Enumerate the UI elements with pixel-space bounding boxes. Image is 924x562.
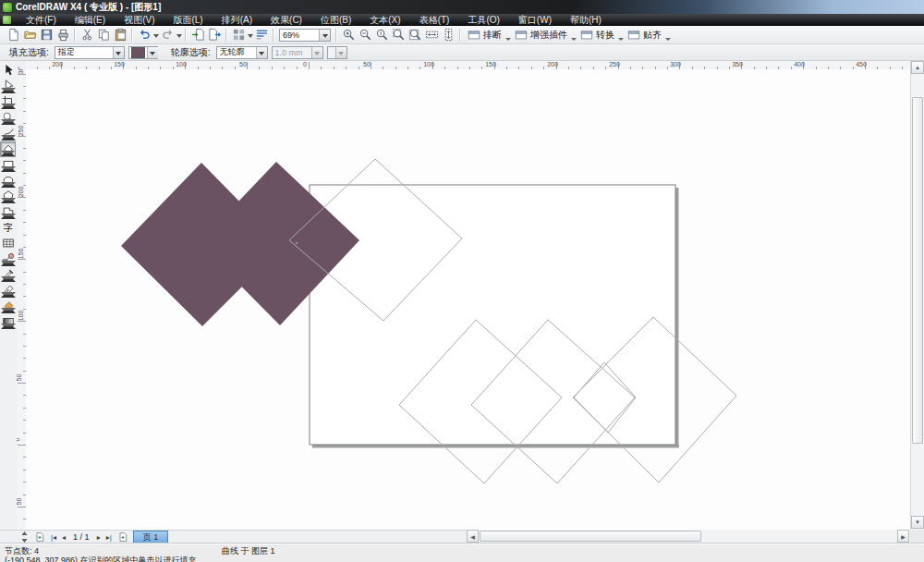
- export-button[interactable]: [206, 27, 223, 43]
- horizontal-scrollbar[interactable]: ◀ ▶: [467, 530, 910, 544]
- shape-tool[interactable]: [1, 79, 16, 93]
- ruler-label: 400: [794, 61, 805, 67]
- print-button[interactable]: [55, 27, 71, 43]
- shape-center-marker[interactable]: [296, 242, 298, 245]
- scroll-up-button[interactable]: ▲: [911, 61, 924, 74]
- page-border[interactable]: [310, 185, 675, 445]
- first-page-button[interactable]: |◂: [48, 531, 59, 544]
- zoom-selected-button[interactable]: [390, 27, 407, 43]
- menu-arrange[interactable]: 排列(A): [213, 14, 261, 26]
- add-page-before-button[interactable]: [31, 531, 48, 544]
- pick-tool[interactable]: [1, 63, 16, 78]
- chevron-down-icon[interactable]: [247, 27, 253, 43]
- scroll-down-button[interactable]: ▼: [911, 516, 924, 529]
- add-page-after-button[interactable]: [115, 531, 131, 544]
- chevron-down-icon[interactable]: [311, 47, 322, 58]
- smart-fill-tool[interactable]: [0, 141, 16, 157]
- rectangle-tool[interactable]: [1, 157, 16, 172]
- copy-button[interactable]: [95, 27, 112, 43]
- save-button[interactable]: [38, 27, 55, 43]
- chevron-down-icon[interactable]: [256, 47, 267, 58]
- vertical-scrollbar[interactable]: ▲ ▼: [910, 61, 924, 530]
- horizontal-scroll-thumb[interactable]: [480, 531, 701, 542]
- scroll-left-button[interactable]: ◀: [467, 530, 479, 543]
- drawing-canvas[interactable]: [26, 69, 911, 530]
- fill-type-combo[interactable]: 指定: [55, 46, 125, 59]
- undo-button[interactable]: [136, 27, 152, 43]
- menu-tools[interactable]: 工具(O): [458, 14, 508, 26]
- last-page-button[interactable]: ▸|: [103, 531, 115, 544]
- zoom-level-combo[interactable]: 69%: [279, 29, 331, 42]
- paste-button[interactable]: [112, 27, 128, 43]
- zoom-out-button[interactable]: [357, 27, 373, 43]
- flyout-indicator-icon[interactable]: [665, 28, 671, 43]
- page-indicator: 1 / 1: [68, 532, 94, 542]
- outline-style-combo[interactable]: [327, 46, 347, 59]
- zoom-page-height-button[interactable]: [440, 27, 456, 43]
- ruler-label: 200: [547, 61, 558, 67]
- chevron-down-icon[interactable]: [113, 47, 124, 58]
- menu-layout[interactable]: 版面(L): [164, 14, 212, 26]
- scroll-right-button[interactable]: ▶: [897, 530, 909, 543]
- next-page-button[interactable]: ▸: [94, 531, 103, 544]
- outline-pen-tool[interactable]: [1, 283, 16, 298]
- polygon-tool[interactable]: [1, 189, 16, 203]
- fill-color-combo[interactable]: [128, 46, 158, 59]
- menu-edit[interactable]: 编辑(E): [66, 14, 115, 26]
- chevron-down-icon[interactable]: [176, 27, 182, 43]
- chevron-down-icon[interactable]: [147, 47, 158, 58]
- crop-tool[interactable]: [1, 94, 16, 109]
- new-button[interactable]: [5, 27, 21, 43]
- menu-effects[interactable]: 效果(C): [261, 14, 311, 26]
- zoom-actual-button[interactable]: [373, 27, 390, 43]
- menu-bitmaps[interactable]: 位图(B): [311, 14, 360, 26]
- zoom-in-button[interactable]: [340, 27, 357, 43]
- ruler-label: 250: [609, 61, 620, 67]
- menu-help[interactable]: 帮助(H): [561, 14, 611, 26]
- table-tool[interactable]: [1, 236, 16, 250]
- flyout-indicator-icon[interactable]: [571, 28, 577, 43]
- fill-tool[interactable]: [1, 299, 16, 313]
- chevron-down-icon[interactable]: [335, 47, 346, 58]
- blend-tool[interactable]: [1, 251, 16, 266]
- text-tool[interactable]: 字: [1, 220, 16, 235]
- page-shadow-bottom[interactable]: [312, 445, 679, 448]
- menu-window[interactable]: 窗口(W): [509, 14, 561, 26]
- page-tab[interactable]: 页 1: [133, 531, 169, 544]
- flyout-indicator-icon[interactable]: [505, 28, 511, 43]
- arrange-button[interactable]: 排断: [464, 27, 505, 43]
- previous-page-button[interactable]: ◂: [59, 531, 68, 544]
- app-launcher-button[interactable]: [230, 27, 247, 43]
- fill-options-label: 填充选项:: [9, 46, 49, 59]
- ellipse-tool[interactable]: [1, 173, 16, 188]
- menu-table[interactable]: 表格(T): [410, 14, 459, 26]
- chevron-down-icon[interactable]: [152, 27, 159, 43]
- zoom-tool[interactable]: [1, 110, 16, 125]
- cut-button[interactable]: [79, 27, 95, 43]
- convert-button[interactable]: 转换: [577, 27, 618, 43]
- menu-view[interactable]: 视图(V): [115, 14, 164, 26]
- basic-shapes-tool[interactable]: [1, 204, 16, 219]
- redo-button[interactable]: [159, 27, 176, 43]
- zoom-all-button[interactable]: [407, 27, 423, 43]
- open-button[interactable]: [21, 27, 38, 43]
- plugins-button[interactable]: 增强插件: [511, 27, 571, 43]
- menu-text[interactable]: 文本(X): [360, 14, 409, 26]
- interactive-fill-tool[interactable]: [1, 314, 16, 329]
- vertical-scroll-thumb[interactable]: [912, 97, 923, 444]
- snap-button[interactable]: 贴齐: [624, 27, 665, 43]
- ruler-label: 150: [485, 61, 496, 67]
- freehand-tool[interactable]: [1, 126, 16, 140]
- import-button[interactable]: [189, 27, 206, 43]
- eyedropper-tool[interactable]: [1, 267, 16, 282]
- flyout-indicator-icon[interactable]: [618, 28, 624, 43]
- outline-width-combo[interactable]: 1.0 mm: [272, 46, 323, 59]
- welcome-button[interactable]: [253, 27, 270, 43]
- page-shadow-right[interactable]: [675, 188, 679, 447]
- flip-pages-icon[interactable]: [18, 531, 31, 544]
- menu-file[interactable]: 文件(F): [17, 14, 66, 26]
- zoom-page-width-button[interactable]: [423, 27, 440, 43]
- canvas-artwork[interactable]: [26, 69, 911, 530]
- chevron-down-icon[interactable]: [319, 30, 330, 41]
- outline-type-combo[interactable]: 无轮廓: [216, 46, 268, 59]
